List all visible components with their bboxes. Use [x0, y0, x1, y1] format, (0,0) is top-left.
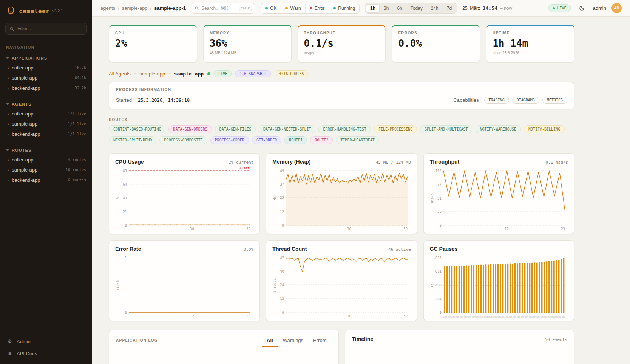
route-pill-process-order[interactable]: PROCESS-ORDER	[210, 136, 249, 144]
time-range-1h[interactable]: 1h	[366, 4, 380, 12]
route-pill-get-order[interactable]: GET-ORDER	[252, 136, 281, 144]
section-header-routes[interactable]: ROUTES	[0, 145, 92, 155]
search-icon	[195, 6, 199, 11]
svg-text:12: 12	[505, 227, 509, 231]
stat-card-memory: MEMORY36%45 MB / 124 MB	[203, 25, 292, 63]
stat-card-uptime: UPTIME1h 14msince 25.3.2026	[486, 25, 574, 63]
route-pill-data-gen-files[interactable]: DATA-GEN-FILES	[215, 125, 256, 133]
svg-text:30: 30	[347, 314, 351, 318]
route-pill-route2[interactable]: ROUTE2	[310, 136, 333, 144]
stat-sublabel: 45 MB / 124 MB	[210, 51, 285, 55]
time-range-today[interactable]: Today	[406, 4, 427, 12]
route-pill-nested-split-demo[interactable]: NESTED-SPLIT-DEMO	[109, 136, 156, 144]
route-pill-notify-billing[interactable]: NOTIFY-BILLING	[524, 125, 565, 133]
sidebar: cameleer v3.2.1 NAVIGATION APPLICATIONS›…	[0, 0, 92, 364]
sidebar-item-backend-app[interactable]: ›backend-app1/1 live	[0, 129, 92, 139]
breadcrumb-item-agents[interactable]: agents	[100, 5, 115, 11]
svg-text:24: 24	[280, 283, 284, 287]
theme-toggle[interactable]	[576, 3, 588, 14]
log-tab-errors[interactable]: Errors	[308, 335, 331, 347]
search-icon	[9, 26, 14, 31]
route-pill-data-gen-orders[interactable]: DATA-GEN-ORDERS	[168, 125, 212, 133]
avatar[interactable]: AD	[611, 3, 622, 13]
status-dot-icon	[285, 7, 288, 9]
sidebar-api-docs[interactable]: ≡API Docs	[7, 350, 85, 356]
sidebar-item-meta: 32.2k	[75, 86, 86, 90]
status-filter-error[interactable]: Error	[305, 3, 329, 13]
time-range-7d[interactable]: 7d	[443, 4, 456, 12]
log-tabs: AllWarningsErrors	[262, 335, 331, 347]
chevron-right-icon: ›	[8, 65, 9, 70]
sidebar-item-backend-app[interactable]: ›backend-app32.2k	[0, 83, 92, 93]
app-name: cameleer	[19, 8, 49, 15]
live-indicator[interactable]: LIVE	[548, 4, 571, 12]
chart-title: GC Pauses	[430, 246, 458, 252]
topbar: agents/sample-app/sample-app-1 Search...…	[92, 0, 630, 17]
time-range-3h[interactable]: 3h	[380, 4, 393, 12]
svg-text:51: 51	[437, 197, 442, 200]
chevron-right-icon: ›	[8, 86, 9, 91]
section-header-applications[interactable]: APPLICATIONS	[0, 53, 92, 63]
sidebar-item-backend-app[interactable]: ›backend-app6 routes	[0, 175, 92, 185]
status-filter-running[interactable]: Running	[329, 3, 359, 13]
capability-diagrams: DIAGRAMS	[512, 97, 539, 104]
route-pill-route1[interactable]: ROUTE1	[284, 136, 307, 144]
started-label: Started	[116, 97, 132, 103]
route-pill-file-processing[interactable]: FILE-PROCESSING	[374, 125, 417, 133]
global-search[interactable]: Search... ⌘K Ctrl+K	[191, 3, 255, 14]
sidebar-item-meta: 16 routes	[66, 168, 86, 172]
svg-text:77: 77	[437, 183, 442, 186]
sidebar-item-caller-app[interactable]: ›caller-app10.7k	[0, 63, 92, 73]
time-range-label: 25. März 14:54 – now	[462, 5, 512, 11]
sidebar-item-meta: 1/1 live	[68, 112, 86, 116]
agent-crumb-sample-app[interactable]: sample-app	[139, 71, 165, 77]
sidebar-item-caller-app[interactable]: ›caller-app1/1 live	[0, 109, 92, 119]
status-filter-warn[interactable]: Warn	[281, 3, 305, 13]
sidebar-admin[interactable]: ⚙Admin	[7, 338, 85, 344]
date-text: 25. März	[462, 6, 480, 11]
chevron-right-icon: ›	[8, 167, 9, 172]
svg-text:59: 59	[246, 227, 250, 231]
status-filter-ok[interactable]: OK	[261, 3, 281, 13]
process-information-card: PROCESS INFORMATION Started 25.3.2026, 1…	[109, 82, 574, 109]
chevron-right-icon: ›	[8, 75, 9, 80]
route-pill-notify-warehouse[interactable]: NOTIFY-WAREHOUSE	[476, 125, 521, 133]
chevron-right-icon: ›	[8, 178, 9, 183]
route-pill-error-handling-test[interactable]: ERROR-HANDLING-TEST	[318, 125, 371, 133]
sidebar-item-sample-app[interactable]: ›sample-app1/1 live	[0, 119, 92, 129]
sidebar-item-sample-app[interactable]: ›sample-app84.1k	[0, 73, 92, 83]
sidebar-item-label: caller-app	[12, 111, 65, 117]
log-tab-all[interactable]: All	[262, 335, 278, 347]
sidebar-item-label: caller-app	[12, 65, 72, 71]
sidebar-item-caller-app[interactable]: ›caller-app4 routes	[0, 155, 92, 165]
time-text: 14:54	[483, 5, 497, 11]
svg-text:85: 85	[123, 169, 127, 173]
chart-current-value: 46 active	[388, 247, 411, 252]
breadcrumb-item-sample-app-1: sample-app-1	[154, 5, 186, 11]
route-pill-process-composite[interactable]: PROCESS-COMPOSITE	[159, 136, 207, 144]
chart-current-value: 45 MB / 124 MB	[376, 160, 411, 165]
route-pill-split-and-multicast[interactable]: SPLIT-AND-MULTICAST	[420, 125, 472, 133]
status-filter-label: OK	[270, 6, 276, 11]
section-header-agents[interactable]: AGENTS	[0, 99, 92, 109]
log-tab-warnings[interactable]: Warnings	[278, 335, 308, 347]
breadcrumb-item-sample-app[interactable]: sample-app	[122, 5, 148, 11]
svg-text:1: 1	[125, 256, 127, 260]
svg-text:25: 25	[280, 196, 284, 200]
app-logo[interactable]: cameleer v3.2.1	[0, 0, 92, 20]
stat-label: CPU	[115, 31, 191, 35]
stat-value: 1h 14m	[493, 38, 568, 49]
agent-crumb-all-agents[interactable]: All Agents	[109, 71, 131, 77]
status-filter-label: Error	[315, 6, 325, 11]
time-range-6h[interactable]: 6h	[393, 4, 406, 12]
route-pill-data-gen-nested-split[interactable]: DATA-GEN-NESTED-SPLIT	[259, 125, 315, 133]
chart-title: Error Rate	[115, 246, 141, 252]
sidebar-filter-input[interactable]	[17, 26, 83, 31]
time-range-24h[interactable]: 24h	[427, 4, 443, 12]
agent-live-dot-icon	[207, 72, 210, 75]
sidebar-item-sample-app[interactable]: ›sample-app16 routes	[0, 165, 92, 175]
route-pill-timer-heartbeat[interactable]: TIMER-HEARTBEAT	[336, 136, 379, 144]
svg-text:err/h: err/h	[116, 280, 119, 290]
route-pill-content-based-routing[interactable]: CONTENT-BASED-ROUTING	[109, 125, 165, 133]
capabilities: Capabilities TRACINGDIAGRAMSMETRICS	[453, 97, 567, 104]
